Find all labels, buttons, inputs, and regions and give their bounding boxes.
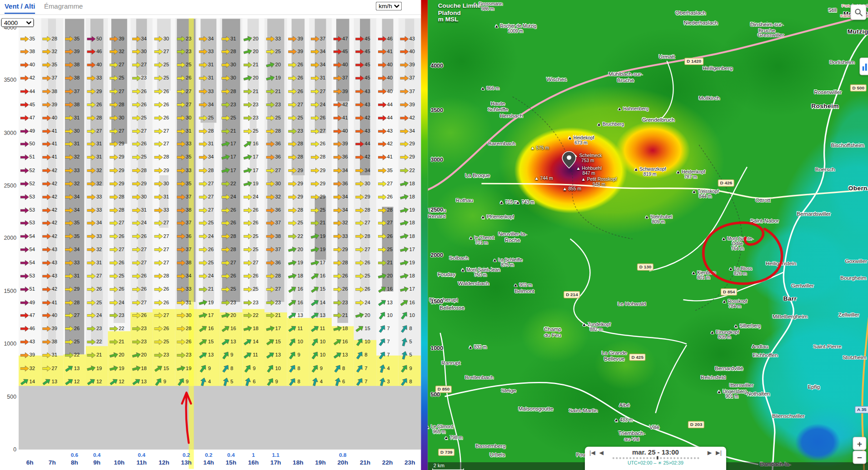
wind-cell: 41 [378,49,393,55]
wind-arrow-icon [266,115,275,121]
timeline-tick[interactable] [687,457,688,459]
hour-label[interactable]: 23h [399,459,421,466]
map-label: Heiligenberg [703,66,733,72]
wind-cell: 21 [266,312,281,319]
wind-arrow-icon [132,36,140,42]
timeline-tick[interactable] [646,457,648,459]
next-frame-button[interactable]: ▶ [708,449,712,455]
timeline-tick[interactable] [677,457,678,459]
map-label: Triembach-au-Val [619,430,645,442]
timeline-slider[interactable] [585,456,726,460]
hour-label[interactable]: 7h [41,459,64,466]
wind-speed-value: 26 [364,261,370,266]
hour-label[interactable]: 18h [287,459,309,466]
wind-speed-value: 42 [29,76,35,81]
timeline-tick[interactable] [616,457,618,459]
timeline-tick[interactable] [680,457,682,459]
timeline-tick[interactable] [697,457,699,459]
map-label: Villé [649,425,659,430]
hour-label[interactable]: 21h [354,459,377,466]
wind-arrow-icon [132,168,140,173]
map-canvas[interactable]: Couche Limite Plafond m MSL 400035003000… [428,0,868,470]
sounding-chart-button[interactable] [859,58,868,75]
wind-arrow-icon [243,180,253,188]
zoom-out-button[interactable]: − [853,450,866,464]
wind-arrow-icon [333,128,342,134]
hour-label[interactable]: 22h [376,459,399,466]
wind-cell: 26 [289,62,303,69]
hour-label[interactable]: 13h [175,459,198,466]
altitude-select[interactable]: 4000 [1,18,34,27]
wind-cell: 27 [378,220,393,227]
wind-arrow-icon [311,220,319,226]
map-label: Barr [783,295,797,302]
wind-cell: 26 [244,207,258,214]
timeline-tick[interactable] [683,457,685,459]
wind-arrow-icon [221,49,230,55]
timeline-tick[interactable] [660,457,662,459]
map-label: ▲ Pfriemenkopf [481,215,514,220]
wind-speed-value: 49 [29,129,35,134]
hour-label[interactable]: 10h [108,459,131,466]
wind-speed-value: 27 [163,247,169,252]
hour-label[interactable]: 14h [197,459,220,466]
wind-arrow-icon [199,102,208,108]
timeline-tick[interactable] [656,456,658,460]
hour-label[interactable]: 6h [19,459,41,466]
hour-label[interactable]: 12h [153,459,175,466]
timeline-tick[interactable] [673,457,675,459]
timeline-tick[interactable] [626,457,628,459]
wind-speed-value: 23 [275,102,280,107]
hour-label[interactable]: 17h [264,459,287,466]
wind-speed-value: 43 [364,102,370,107]
unit-select[interactable]: km/h [376,2,402,10]
wind-speed-value: 15 [364,327,370,331]
timeline-tick[interactable] [663,457,665,459]
first-frame-button[interactable]: |◀ [589,449,595,455]
timeline-tick[interactable] [639,457,641,459]
hour-label[interactable]: 16h [242,459,265,466]
timeline-tick[interactable] [633,457,634,459]
timeline-tick[interactable] [690,457,692,459]
hour-label[interactable]: 15h [219,459,242,466]
timeline-tick[interactable] [643,457,644,459]
hour-label[interactable]: 9h [85,459,108,466]
tab-vent-alti[interactable]: Vent / Alti [5,3,35,14]
last-frame-button[interactable]: ▶| [716,449,722,455]
wind-arrow-icon [132,181,140,187]
wind-speed-value: 40 [387,89,392,94]
timeline-tick[interactable] [629,457,631,459]
timeline-tick[interactable] [619,457,621,459]
wind-cell: 38 [177,260,191,267]
timeline-tick[interactable] [636,457,638,459]
wind-speed-value: 24 [253,194,258,199]
hour-label[interactable]: 8h [63,459,86,466]
timeline-tick[interactable] [667,457,668,459]
wind-cell: 4 [378,365,390,372]
wind-speed-value: 33 [208,89,214,94]
wind-cell: 27 [155,49,169,55]
wind-cell: 20 [244,35,258,42]
wind-speed-value: 27 [364,221,370,226]
timeline-tick[interactable] [653,457,655,459]
map-label: Boersch [815,167,835,173]
timeline-tick[interactable] [612,457,614,459]
hour-label[interactable]: 19h [309,459,332,466]
wind-speed-value: 35 [52,63,57,68]
wind-cell: 49 [20,128,35,134]
zoom-in-button[interactable]: + [853,437,866,450]
tab-emagramme[interactable]: Émagramme [44,3,83,10]
prev-frame-button[interactable]: ◀ [599,449,604,455]
timeline-tick[interactable] [623,457,624,459]
hour-label[interactable]: 11h [130,459,153,466]
hour-label[interactable]: 20h [331,459,354,466]
wind-arrow-icon [199,377,207,386]
search-button[interactable] [850,5,866,20]
timeline-tick[interactable] [693,457,695,459]
map-label: ▲ Ungersberg901 m [717,389,747,399]
wind-cell: 31 [155,193,169,200]
map-label: ▲ 743 m [516,200,534,205]
wind-speed-value: 34 [320,63,325,68]
timeline-tick[interactable] [649,457,651,459]
timeline-tick[interactable] [670,457,672,459]
